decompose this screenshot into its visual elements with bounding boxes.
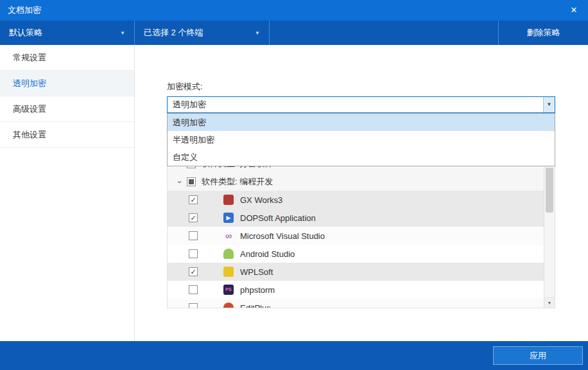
software-label: DOPSoft Application	[240, 213, 316, 223]
content-area: 加密模式: › 软件类型: 办公软件 › 软件类型: 编程开发 ✓ GX Wor…	[135, 45, 588, 341]
delete-policy-label: 删除策略	[527, 27, 560, 39]
dropdown-option-semi-transparent[interactable]: 半透明加密	[168, 131, 555, 148]
terminal-dropdown[interactable]: 已选择 2 个终端 ▼	[135, 21, 270, 45]
chevron-down-icon[interactable]: ▼	[543, 97, 555, 112]
checkbox[interactable]	[189, 231, 198, 240]
encryption-mode-label: 加密模式:	[167, 81, 203, 92]
software-row-phpstorm[interactable]: PS phpstorm	[168, 281, 544, 299]
software-row-dopsoft[interactable]: ✓ ▶ DOPSoft Application	[168, 209, 544, 227]
software-row-visual-studio[interactable]: ∞ Microsoft Visual Studio	[168, 227, 544, 245]
software-label: EditPlus	[240, 303, 271, 309]
software-rows: › 软件类型: 办公软件 › 软件类型: 编程开发 ✓ GX Works3 ✓ …	[168, 155, 544, 308]
footer-bar: 应用	[0, 341, 588, 370]
software-row-android-studio[interactable]: Android Studio	[168, 245, 544, 263]
software-label: phpstorm	[240, 285, 275, 295]
editplus-icon	[223, 303, 234, 308]
checkbox[interactable]: ✓	[189, 267, 198, 276]
dopsoft-icon: ▶	[223, 213, 234, 223]
checkbox[interactable]: ✓	[189, 213, 198, 222]
visual-studio-icon: ∞	[223, 231, 234, 241]
chevron-down-icon: ▼	[255, 30, 260, 36]
gx-works3-icon	[223, 195, 234, 205]
sidebar-item-other-settings[interactable]: 其他设置	[0, 122, 134, 148]
combobox-value: 透明加密	[168, 97, 555, 112]
software-row-wplsoft[interactable]: ✓ WPLSoft	[168, 263, 544, 281]
document-encryption-window: 文档加密 ✕ 默认策略 ▼ 已选择 2 个终端 ▼ 删除策略 常规设置 透明加密…	[0, 0, 588, 370]
delete-policy-button[interactable]: 删除策略	[498, 21, 588, 45]
scroll-thumb[interactable]	[546, 168, 553, 213]
android-studio-icon	[223, 249, 234, 259]
sidebar-item-general-settings[interactable]: 常规设置	[0, 45, 134, 71]
software-label: Android Studio	[240, 249, 295, 259]
close-icon[interactable]: ✕	[560, 0, 588, 21]
dropdown-option-transparent[interactable]: 透明加密	[168, 114, 555, 131]
toolbar-spacer	[270, 21, 498, 45]
checkbox[interactable]	[189, 303, 198, 308]
sidebar-item-advanced-settings[interactable]: 高级设置	[0, 96, 134, 122]
group-row-programming-dev[interactable]: › 软件类型: 编程开发	[168, 173, 544, 191]
encryption-mode-dropdown: 透明加密 半透明加密 自定义	[167, 113, 555, 166]
software-row-gx-works3[interactable]: ✓ GX Works3	[168, 191, 544, 209]
software-label: Microsoft Visual Studio	[240, 231, 325, 241]
software-label: GX Works3	[240, 195, 282, 205]
policy-dropdown-label: 默认策略	[9, 27, 42, 39]
chevron-down-icon[interactable]: ›	[175, 177, 185, 186]
checkbox[interactable]	[189, 285, 198, 294]
group-checkbox[interactable]	[187, 177, 196, 186]
checkbox[interactable]: ✓	[189, 195, 198, 204]
software-label: WPLSoft	[240, 267, 273, 277]
apply-button[interactable]: 应用	[493, 346, 583, 365]
chevron-down-icon: ▼	[120, 30, 125, 36]
checkbox[interactable]	[189, 249, 198, 258]
sidebar-item-transparent-encryption[interactable]: 透明加密	[0, 71, 134, 96]
software-row-editplus[interactable]: EditPlus	[168, 299, 544, 308]
scroll-down-icon[interactable]: ▼	[544, 297, 555, 308]
group-label: 软件类型: 编程开发	[202, 176, 273, 188]
encryption-mode-combobox[interactable]: 透明加密 ▼	[167, 96, 555, 113]
wplsoft-icon	[223, 267, 234, 277]
software-list: › 软件类型: 办公软件 › 软件类型: 编程开发 ✓ GX Works3 ✓ …	[167, 154, 555, 308]
window-title: 文档加密	[8, 0, 41, 21]
policy-dropdown[interactable]: 默认策略 ▼	[0, 21, 135, 45]
terminal-dropdown-label: 已选择 2 个终端	[144, 27, 203, 39]
dropdown-option-custom[interactable]: 自定义	[168, 148, 555, 166]
phpstorm-icon: PS	[223, 285, 234, 295]
titlebar: 文档加密 ✕	[0, 0, 588, 21]
toolbar: 默认策略 ▼ 已选择 2 个终端 ▼ 删除策略	[0, 21, 588, 45]
scrollbar[interactable]: ▲ ▼	[544, 155, 555, 308]
sidebar: 常规设置 透明加密 高级设置 其他设置	[0, 45, 135, 341]
